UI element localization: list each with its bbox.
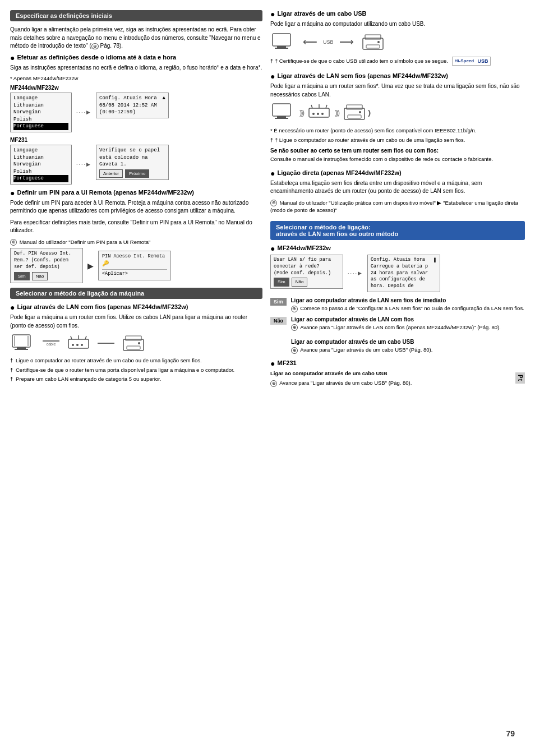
svg-line-6 — [71, 336, 72, 339]
left-column: Especificar as definições iniciais Quand… — [10, 10, 262, 746]
noteC2: † † Ligue o computador ao router através… — [270, 136, 525, 144]
nao-choice-row: Não Ligar ao computador através de LAN c… — [270, 316, 525, 354]
bold-note-heading: Se não souber ao certo se tem um router … — [270, 147, 525, 154]
section3-header: Selecionar o método de ligação: através … — [270, 221, 525, 240]
noteC1: * É necessário um router (ponto de acess… — [270, 127, 525, 134]
conn-sim-btn[interactable]: Sim — [274, 278, 289, 286]
noteA3: Prepare um cabo LAN entrançado de catego… — [10, 375, 262, 382]
svg-rect-21 — [366, 45, 380, 48]
arrow-dots-2: ····▶ — [76, 162, 91, 167]
bullet1-body: Siga as instruções apresentadas no ecrã … — [10, 64, 262, 72]
printer-icon-2 — [359, 32, 386, 52]
svg-point-36 — [359, 111, 361, 113]
section1-body: Quando ligar a alimentação pela primeira… — [10, 26, 262, 50]
bulletC-body: Pode ligar a máquina a um router sem fio… — [270, 82, 525, 99]
svg-rect-26 — [309, 108, 329, 117]
bullet1-heading: ● Efetuar as definições desde o idioma a… — [10, 54, 262, 62]
arrow-dots-1: ····▶ — [76, 109, 91, 115]
router-icon-1 — [65, 333, 92, 353]
arrow-dots-3: ····▶ — [348, 270, 363, 276]
svg-rect-19 — [363, 38, 383, 49]
bullet2-body2: Para especificar definições mais tarde, … — [10, 219, 262, 235]
nao-content: Ligar ao computador através de LAN com f… — [291, 316, 501, 354]
lan-wired-diagram: cable — [10, 333, 262, 353]
svg-rect-16 — [273, 34, 290, 46]
bold-note-body: Consulte o manual de instruções fornecid… — [270, 155, 525, 163]
model1-label: MF244dw/MF232w — [10, 85, 262, 91]
bullet2-body1: Pode definir um PIN para aceder à UI Rem… — [10, 199, 262, 215]
computer-icon-2 — [270, 32, 297, 52]
svg-point-11 — [81, 344, 83, 346]
circle-icon-4: ⊕ — [291, 324, 298, 331]
bulletC-section: ● Ligar através de LAN sem fios (apenas … — [270, 72, 525, 163]
bullet1-note: * Apenas MF244dw/MF232w — [10, 75, 262, 81]
bulletB-heading: ● Ligar através de um cabo USB — [270, 10, 525, 18]
screen2-left: Language Lithuanian Norwegian Polish Por… — [10, 145, 72, 185]
bullet2-heading: ● Definir um PIN para a UI Remota (apena… — [10, 189, 262, 197]
svg-line-8 — [85, 336, 86, 339]
svg-point-10 — [76, 344, 79, 346]
nao-btn[interactable]: Não — [32, 272, 48, 280]
right-column: Pt ● Ligar através de um cabo USB Pode l… — [270, 10, 525, 746]
bulletB-body: Pode ligar a máquina ao computador utili… — [270, 20, 525, 29]
svg-point-31 — [317, 113, 319, 115]
svg-rect-14 — [127, 346, 140, 349]
svg-point-15 — [138, 342, 140, 344]
section1-header: Especificar as definições iniciais — [10, 10, 262, 21]
proximo-btn[interactable]: Próximo — [125, 169, 149, 178]
mf231-sub: Ligar ao computador através de um cabo U… — [270, 370, 525, 377]
model2-label: MF231 — [10, 137, 262, 143]
svg-line-27 — [311, 105, 312, 108]
svg-rect-1 — [17, 347, 26, 349]
svg-rect-35 — [348, 115, 361, 118]
circle-icon-6: ⊕ — [270, 380, 277, 387]
svg-line-29 — [326, 105, 327, 108]
anterior-btn[interactable]: Anterior — [99, 169, 123, 178]
sim-content: Ligar ao computador através de LAN sem f… — [291, 297, 524, 312]
wifi-waves-3: (((( — [370, 108, 371, 117]
svg-rect-0 — [12, 335, 30, 347]
computer-icon-3 — [270, 102, 297, 122]
bulletD-section: ● Ligação direta (apenas MF244dw/MF232w)… — [270, 169, 525, 214]
usb-diagram: ⟵ USB ⟶ — [270, 32, 525, 52]
bullet2-note: ⊕ Manual do utilizador "Definir um PIN p… — [10, 238, 262, 246]
screen2-right: Verifique se o papel está colocado na Ga… — [96, 145, 169, 180]
mf231-body: ⊕ Avance para "Ligar através de um cabo … — [270, 379, 525, 386]
nao-label: Não — [270, 317, 287, 325]
model1-screen-row: Language Lithuanian Norwegian Polish Por… — [10, 93, 262, 132]
router-icon-2 — [306, 102, 333, 122]
section2-header: Selecionar o método de ligação da máquin… — [10, 288, 262, 299]
sim-choice-row: Sim Ligar ao computador através de LAN s… — [270, 297, 525, 312]
bulletE-heading: ● MF244dw/MF232w — [270, 245, 525, 252]
sim-btn[interactable]: Sim — [14, 272, 30, 280]
svg-point-30 — [312, 113, 315, 115]
conn-nao-btn[interactable]: Não — [292, 278, 308, 286]
svg-rect-23 — [273, 104, 290, 116]
circle-icon-5: ⊕ — [291, 347, 298, 354]
svg-rect-25 — [275, 118, 288, 119]
usb-logo: Hi-Speed USB — [452, 57, 491, 66]
svg-rect-34 — [347, 105, 362, 109]
wifi-waves-2: ))) — [335, 108, 339, 117]
bulletC-heading: ● Ligar através de LAN sem fios (apenas … — [270, 72, 525, 80]
svg-rect-20 — [365, 35, 381, 39]
svg-rect-13 — [126, 336, 141, 340]
conn-right-screen: Config. Atuais Hora ▌ Carregue a bateria… — [367, 255, 440, 292]
computer-icon — [10, 333, 37, 353]
mf231-section: ● MF231 Ligar ao computador através de u… — [270, 359, 525, 387]
svg-rect-17 — [277, 46, 286, 48]
model2-screen-row: Language Lithuanian Norwegian Polish Por… — [10, 145, 262, 185]
printer-icon-1 — [120, 333, 147, 353]
svg-rect-5 — [68, 339, 89, 348]
circle-icon-1: ⊕ — [10, 239, 17, 246]
bulletD-heading: ● Ligação direta (apenas MF244dw/MF232w) — [270, 169, 525, 177]
bulletD-body: Estabeleça uma ligação sem fios direta e… — [270, 179, 525, 196]
choice-block: Sim Ligar ao computador através de LAN s… — [270, 297, 525, 354]
svg-point-9 — [72, 344, 74, 346]
svg-rect-12 — [123, 339, 144, 351]
bulletA-body: Pode ligar a máquina a um router com fio… — [10, 314, 262, 330]
conn-screen-row: Usar LAN s/ fio para conectar à rede? (P… — [270, 255, 525, 292]
svg-rect-2 — [15, 349, 28, 350]
circle-icon-2: ⊕ — [270, 200, 277, 206]
bulletA-heading: ● Ligar através de LAN com fios (apenas … — [10, 303, 262, 311]
